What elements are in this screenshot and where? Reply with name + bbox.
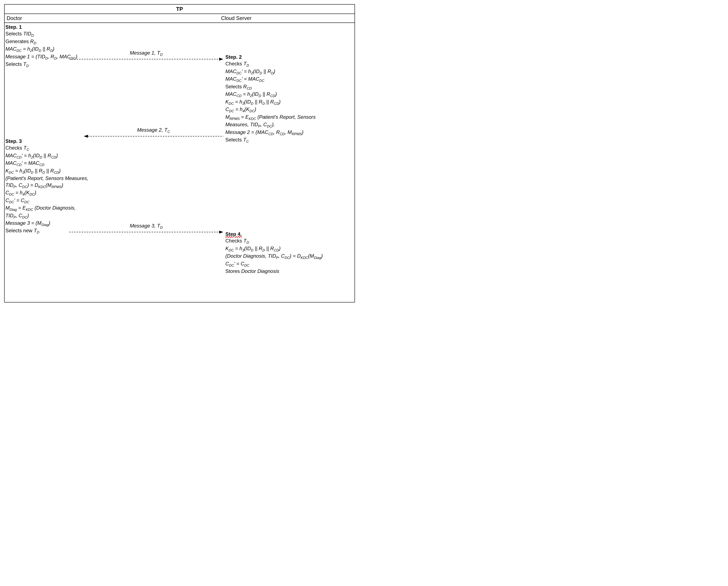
step-2-line: MACCD = h2(IDD || RCD) bbox=[225, 91, 348, 98]
step-3-line: (Patient's Report, Sensors Measures, bbox=[5, 175, 114, 182]
step-3-line: CDC' = CDC bbox=[5, 197, 114, 205]
step-1-line: Selects TIDD bbox=[5, 30, 114, 38]
svg-marker-1 bbox=[219, 58, 223, 60]
step-2-line: Message 2 = (MACCD, RCD, MRPMS) bbox=[225, 129, 348, 136]
step-2-line: CDC = h4(KDC) bbox=[225, 106, 348, 113]
step-3-line: Checks TC bbox=[5, 145, 114, 152]
step-2-line: MACDC' = MACDC bbox=[225, 76, 348, 83]
step-1-line: Selects TD bbox=[5, 61, 114, 68]
step-2-line: Checks TD bbox=[225, 60, 348, 68]
step-4-title: Step 4. bbox=[225, 231, 348, 237]
step-3-line: MACCD' = h2(IDD || RCD) bbox=[5, 152, 114, 160]
arrow-right-icon bbox=[69, 57, 223, 61]
diagram-body: Step. 1 Selects TIDD Generates RD MACDC … bbox=[5, 23, 355, 302]
step-2-line: Selects TC bbox=[225, 136, 348, 144]
step-4: Step 4. Checks TD KDC = h3(IDD || RD || … bbox=[225, 231, 348, 275]
step-2-line: Measures, TIDP, CDC). bbox=[225, 121, 348, 129]
svg-marker-3 bbox=[84, 135, 88, 138]
arrow-1-label: Message 1, TD bbox=[69, 50, 223, 57]
header-doctor: Doctor bbox=[7, 15, 221, 21]
step-2-line: MRPMS = EKDC (Patient's Report, Sensors bbox=[225, 114, 348, 121]
step-3-line: TIDP, CDC) bbox=[5, 212, 114, 220]
arrow-right-icon bbox=[69, 230, 223, 234]
step-2-title: Step. 2 bbox=[225, 54, 348, 60]
column-headers: Doctor Cloud Server bbox=[5, 14, 355, 23]
protocol-diagram: TP Doctor Cloud Server Step. 1 Selects T… bbox=[4, 4, 355, 303]
arrow-message-3: Message 3, TD bbox=[69, 223, 223, 234]
svg-marker-5 bbox=[219, 231, 223, 233]
header-cloud-server: Cloud Server bbox=[221, 15, 353, 21]
step-1-line: Generates RD bbox=[5, 38, 114, 46]
step-2-line: KDC = h3(IDD || RD || RCD) bbox=[225, 99, 348, 106]
step-2-line: Selects RCD bbox=[225, 83, 348, 91]
step-4-line: Checks TD bbox=[225, 237, 348, 245]
step-4-line: Stores Doctor Diagnosis bbox=[225, 268, 348, 275]
step-4-line: (Doctor Diagnosis, TIDP, CDC) = DKDC(MDi… bbox=[225, 253, 348, 260]
arrow-2-label: Message 2, TC bbox=[84, 127, 223, 134]
diagram-title: TP bbox=[5, 5, 355, 14]
step-3-line: MACCD' = MACCD bbox=[5, 160, 114, 167]
arrow-left-icon bbox=[84, 134, 223, 138]
arrow-message-2: Message 2, TC bbox=[84, 127, 223, 138]
arrow-message-1: Message 1, TD bbox=[69, 50, 223, 61]
step-4-line: KDC = h3(IDD || RD || RCD) bbox=[225, 245, 348, 253]
step-2: Step. 2 Checks TD MACDC' = h2(IDD || RD)… bbox=[225, 54, 348, 144]
step-3: Step. 3 Checks TC MACCD' = h2(IDD || RCD… bbox=[5, 138, 114, 235]
step-2-line: MACDC' = h2(IDD || RD) bbox=[225, 68, 348, 76]
step-1-title: Step. 1 bbox=[5, 24, 114, 30]
step-3-line: TIDP, CDC) = DKDC(MRPMS) bbox=[5, 182, 114, 189]
step-3-title: Step. 3 bbox=[5, 138, 114, 145]
step-3-line: MDiag = EKDC (Doctor Diagnosis, bbox=[5, 205, 114, 212]
step-1: Step. 1 Selects TIDD Generates RD MACDC … bbox=[5, 24, 114, 69]
arrow-3-label: Message 3, TD bbox=[69, 223, 223, 230]
step-3-line: CDC = h4(KDC) bbox=[5, 189, 114, 197]
step-3-line: KDC = h3(IDD || RD || RCD) bbox=[5, 168, 114, 175]
step-4-line: CDC' = CDC bbox=[225, 260, 348, 268]
